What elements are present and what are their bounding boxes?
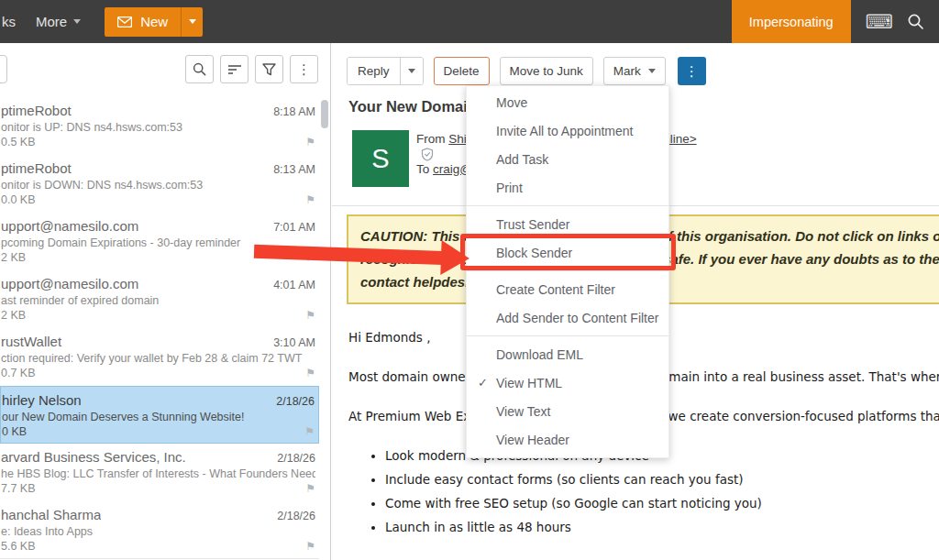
mark-button-label: Mark	[613, 64, 641, 78]
menu-item-trust-sender[interactable]: Trust Sender	[467, 210, 668, 238]
bullet-item: Launch in as little as 48 hours	[385, 519, 939, 536]
menu-item-download-eml[interactable]: Download EML	[467, 340, 668, 368]
new-button-label: New	[140, 14, 168, 29]
email-size: 0.0 KB	[1, 193, 36, 206]
chevron-down-icon	[189, 19, 196, 24]
delete-button[interactable]: Delete	[434, 57, 490, 85]
flag-icon[interactable]: ⚑	[305, 541, 315, 552]
email-list-item[interactable]: upport@namesilo.com4:01 AMast reminder o…	[0, 270, 319, 328]
email-sender: hanchal Sharma	[1, 507, 101, 522]
list-sort-button[interactable]	[220, 55, 249, 83]
message-options-dropdown-menu: MoveInvite All to AppointmentAdd TaskPri…	[466, 85, 669, 458]
sender-avatar: S	[352, 130, 409, 187]
email-list-pane: ⋮ ptimeRobot8:18 AMonitor is UP: DNS ns4…	[0, 43, 331, 560]
bullet-item: Come with free SEO setup (so Google can …	[385, 495, 939, 512]
email-size: 0.7 KB	[1, 367, 36, 379]
flag-icon[interactable]: ⚑	[305, 368, 315, 379]
chevron-down-icon	[73, 19, 81, 24]
email-sender: rustWallet	[1, 334, 61, 349]
email-subject-preview: e: Ideas Into Apps	[1, 525, 315, 538]
select-all-button-cutoff[interactable]	[0, 55, 7, 83]
reply-button[interactable]: Reply	[348, 58, 400, 84]
menu-item-move[interactable]: Move	[467, 88, 668, 116]
verified-shield-icon	[421, 148, 434, 161]
list-filter-button[interactable]	[255, 55, 283, 83]
nav-more-label: More	[36, 14, 67, 29]
email-size: 7.7 KB	[1, 482, 36, 495]
reply-dropdown-toggle[interactable]	[400, 58, 423, 84]
menu-item-view-html[interactable]: ✓View HTML	[467, 368, 668, 397]
email-date: 2/18/26	[277, 510, 315, 522]
email-subject-preview: he HBS Blog: LLC Transfer of Interests -…	[1, 467, 315, 480]
message-more-options-button[interactable]: ⋮	[678, 57, 706, 85]
keyboard-shortcuts-icon[interactable]: ⌨	[866, 12, 893, 31]
funnel-icon	[262, 63, 276, 76]
sort-icon	[227, 64, 242, 75]
menu-item-view-text[interactable]: View Text	[467, 397, 668, 425]
move-to-junk-button[interactable]: Move to Junk	[500, 57, 593, 85]
email-subject-preview: our New Domain Deserves a Stunning Websi…	[2, 411, 315, 423]
email-sender: hirley Nelson	[2, 392, 82, 408]
flag-icon[interactable]: ⚑	[305, 310, 315, 321]
email-list-item[interactable]: hirley Nelson2/18/26our New Domain Deser…	[0, 386, 319, 444]
new-email-split-button[interactable]: New	[105, 7, 203, 37]
email-size: 5.6 KB	[1, 540, 36, 553]
menu-item-print[interactable]: Print	[467, 173, 668, 202]
email-sender: ptimeRobot	[1, 103, 72, 118]
menu-item-block-sender[interactable]: Block Sender	[467, 238, 668, 267]
email-list-item[interactable]: hanchal Sharma2/18/26e: Ideas Into Apps5…	[0, 501, 319, 559]
email-sender: arvard Business Services, Inc.	[1, 449, 186, 465]
email-date: 2/18/26	[277, 452, 315, 465]
new-email-button[interactable]: New	[105, 7, 181, 37]
email-subject-preview: onitor is UP: DNS ns4.hsws.com:53	[1, 121, 315, 134]
flag-icon[interactable]: ⚑	[305, 137, 315, 148]
email-subject-preview: pcoming Domain Expirations - 30-day remi…	[1, 236, 315, 249]
nav-more-menu[interactable]: More	[36, 14, 81, 29]
email-size: 2 KB	[1, 309, 26, 322]
nav-item-truncated[interactable]: ks	[2, 14, 16, 29]
email-list-item[interactable]: upport@namesilo.com7:01 AMpcoming Domain…	[0, 213, 319, 270]
email-date: 4:01 AM	[273, 279, 315, 291]
list-toolbar: ⋮	[185, 55, 318, 83]
to-label: To	[416, 162, 433, 176]
message-toolbar: Reply Delete Move to Junk Mark ⋮	[332, 43, 939, 85]
email-list-item[interactable]: ptimeRobot8:13 AMonitor is DOWN: DNS ns4…	[0, 155, 319, 213]
email-date: 8:13 AM	[273, 163, 315, 176]
list-more-options-button[interactable]: ⋮	[290, 55, 318, 83]
kebab-icon: ⋮	[685, 63, 699, 80]
menu-item-view-header[interactable]: View Header	[467, 425, 668, 454]
global-search-icon[interactable]	[907, 13, 924, 30]
email-sender: upport@namesilo.com	[1, 276, 138, 291]
list-search-button[interactable]	[185, 55, 214, 83]
email-date: 8:18 AM	[273, 105, 315, 118]
top-navigation-bar: ks More New Impersonating ⌨	[0, 0, 939, 43]
email-list-item[interactable]: arvard Business Services, Inc.2/18/26he …	[0, 444, 319, 501]
email-list-item[interactable]: rustWallet3:10 AMction required: Verify …	[0, 328, 319, 386]
checkmark-icon: ✓	[478, 376, 488, 390]
new-email-dropdown-toggle[interactable]	[181, 7, 203, 37]
impersonating-button[interactable]: Impersonating	[732, 0, 851, 43]
flag-icon[interactable]: ⚑	[305, 252, 315, 263]
menu-divider	[467, 205, 668, 206]
menu-item-invite-all-to-appointment[interactable]: Invite All to Appointment	[467, 116, 668, 145]
flag-icon[interactable]: ⚑	[304, 426, 315, 437]
email-date: 7:01 AM	[273, 221, 315, 234]
mark-dropdown-button[interactable]: Mark	[603, 57, 666, 85]
email-date: 2/18/26	[276, 395, 315, 408]
envelope-icon	[117, 16, 132, 27]
menu-item-add-task[interactable]: Add Task	[467, 145, 668, 173]
list-scrollbar-thumb[interactable]	[321, 100, 328, 128]
email-size: 2 KB	[1, 251, 26, 264]
benefits-bullet-list: Look modern & professional on any device…	[385, 447, 939, 536]
menu-item-create-content-filter[interactable]: Create Content Filter	[467, 275, 668, 303]
email-sender: ptimeRobot	[1, 160, 72, 176]
flag-icon[interactable]: ⚑	[305, 194, 315, 205]
email-subject-preview: ast reminder of expired domain	[1, 294, 315, 307]
email-list-item[interactable]: ptimeRobot8:18 AMonitor is UP: DNS ns4.h…	[0, 97, 319, 155]
flag-icon[interactable]: ⚑	[305, 483, 315, 494]
menu-item-add-sender-to-content-filter[interactable]: Add Sender to Content Filter	[467, 303, 668, 332]
from-label: From	[416, 132, 448, 146]
bullet-item: Include easy contact forms (so clients c…	[385, 471, 939, 489]
email-date: 3:10 AM	[273, 336, 315, 349]
email-size: 0.5 KB	[1, 136, 36, 148]
